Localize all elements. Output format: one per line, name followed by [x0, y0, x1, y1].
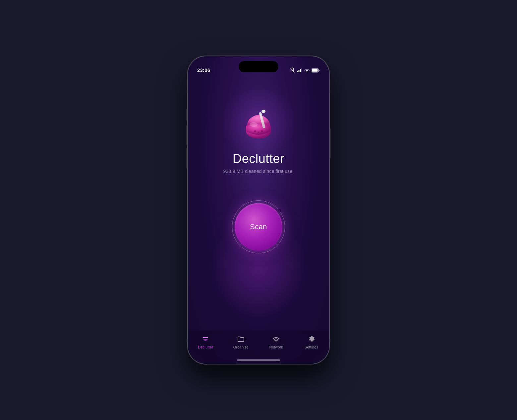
tab-declutter[interactable]: Declutter — [188, 335, 223, 349]
power-button[interactable] — [330, 129, 331, 158]
mute-icon — [290, 68, 295, 73]
svg-rect-3 — [302, 68, 303, 72]
scan-button[interactable]: Scan — [235, 203, 282, 251]
tab-icon-organize — [236, 335, 246, 344]
svg-rect-1 — [299, 70, 300, 72]
tab-network[interactable]: Network — [258, 335, 294, 349]
home-indicator — [237, 359, 280, 361]
tab-icon-declutter — [201, 335, 210, 344]
scan-button-outer[interactable]: Scan — [232, 200, 285, 253]
app-content: Declutter 938,9 MB cleaned since first u… — [188, 76, 329, 364]
phone-body: 23:06 — [187, 56, 330, 364]
tab-bar: Declutter Organize — [188, 331, 329, 364]
scan-area: Scan — [232, 200, 285, 253]
app-subtitle: 938,9 MB cleaned since first use. — [223, 169, 294, 174]
tab-label-declutter: Declutter — [198, 345, 213, 349]
screen: 23:06 — [188, 56, 329, 364]
tab-icon-settings — [307, 335, 316, 344]
app-icon — [237, 102, 280, 145]
svg-point-8 — [261, 110, 265, 113]
battery-icon — [312, 68, 320, 73]
svg-point-11 — [258, 131, 259, 133]
svg-point-10 — [254, 130, 256, 132]
declutter-app-icon-svg — [237, 102, 280, 145]
svg-point-12 — [261, 130, 263, 132]
app-title: Declutter — [233, 152, 285, 166]
wifi-status-icon — [304, 68, 310, 72]
tab-organize[interactable]: Organize — [223, 335, 259, 349]
tab-icon-network — [271, 335, 281, 344]
tab-label-organize: Organize — [233, 345, 249, 349]
app-icon-area: Declutter 938,9 MB cleaned since first u… — [223, 102, 294, 174]
svg-rect-2 — [300, 69, 301, 72]
tab-label-settings: Settings — [305, 345, 318, 349]
tab-label-network: Network — [269, 345, 283, 349]
dynamic-island — [239, 61, 278, 72]
tab-settings[interactable]: Settings — [294, 335, 329, 349]
phone-frame: 23:06 — [187, 56, 330, 364]
status-icons — [290, 68, 320, 73]
signal-icon — [297, 68, 302, 72]
scan-label[interactable]: Scan — [250, 223, 267, 231]
svg-point-9 — [250, 122, 258, 127]
svg-rect-0 — [297, 71, 298, 72]
status-time: 23:06 — [197, 67, 210, 73]
svg-rect-5 — [312, 69, 318, 72]
